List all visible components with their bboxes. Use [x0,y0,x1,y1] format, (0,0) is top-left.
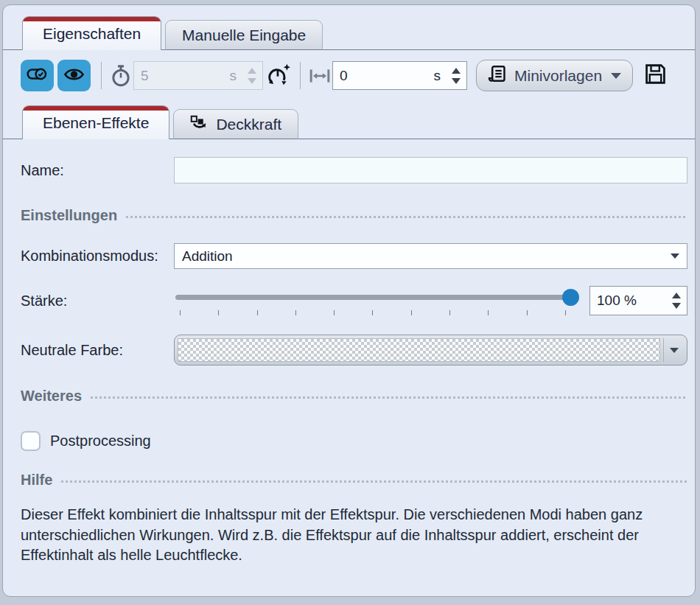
scroll-icon [488,64,508,88]
pause-value: 5 [141,68,149,84]
slider-handle[interactable] [562,289,579,306]
tab-label: Ebenen-Effekte [43,114,149,132]
transparent-color-swatch[interactable] [178,338,660,362]
toolbar-separator [300,62,301,89]
color-dropdown-zone[interactable] [663,338,684,362]
spin-up-icon[interactable] [452,68,461,74]
help-text: Dieser Effekt kombiniert die Inhaltsspur… [21,505,687,566]
toolbar: 5 s [3,50,695,100]
neutral-color-picker[interactable] [174,335,687,366]
properties-panel: Eigenschaften Manuelle Eingabe [2,4,696,597]
section-einstellungen: Einstellungen [21,207,687,224]
duration-value: 0 [340,68,348,84]
spin-up-icon[interactable] [672,293,681,298]
section-weiteres: Weiteres [21,388,687,405]
section-dotted-line [91,396,687,399]
spinner-arrows[interactable] [672,293,681,309]
name-label: Name: [21,162,174,179]
spin-down-icon[interactable] [672,303,681,309]
duration-spinbox[interactable]: 0 s [332,61,467,90]
spin-down-icon [248,78,256,84]
duration-unit: s [434,68,441,84]
blend-mode-dropdown[interactable]: Addition [174,243,687,269]
spin-up-icon [248,68,256,74]
duration-width-icon [309,67,330,85]
postprocessing-label: Postprocessing [50,433,151,450]
animate-transform-icon [190,113,209,135]
spinner-arrows[interactable] [452,68,461,84]
neutral-color-label: Neutrale Farbe: [21,342,174,359]
eye-icon [63,66,85,85]
slider-ticks [180,310,566,315]
effect-properties-form: Name: Einstellungen Kombinationsmodus: A… [3,157,695,566]
visibility-button[interactable] [57,60,91,91]
pause-duration-spinbox: 5 s [133,61,263,90]
stopwatch-icon[interactable] [111,65,131,87]
section-hilfe: Hilfe [21,472,687,489]
minitemplates-button[interactable]: Minivorlagen [476,60,633,91]
blend-mode-label: Kombinationsmodus: [21,248,174,265]
save-icon [644,63,667,88]
chevron-down-icon [611,73,621,79]
tab-label: Manuelle Eingabe [182,27,306,44]
minitemplates-label: Minivorlagen [514,67,602,85]
name-input[interactable] [174,157,687,183]
blend-mode-value: Addition [182,248,233,265]
postprocessing-checkbox[interactable] [21,431,41,451]
strength-spinbox[interactable]: 100 % [589,286,687,315]
tab-ebenen-effekte[interactable]: Ebenen-Effekte [22,105,169,139]
inner-tab-bar: Ebenen-Effekte Deckkraft [3,100,695,139]
spin-down-icon[interactable] [452,78,461,84]
tab-label: Deckkraft [216,116,281,133]
top-tab-bar: Eigenschaften Manuelle Eingabe [3,5,695,50]
pause-unit: s [230,68,237,84]
strength-label: Stärke: [21,293,174,310]
tab-label: Eigenschaften [43,25,141,43]
animated-timing-icon[interactable] [265,63,291,88]
section-title: Einstellungen [21,207,117,224]
slider-track[interactable] [175,295,572,300]
section-dotted-line [126,216,687,218]
chevron-down-icon [671,253,679,259]
chevron-down-icon [670,348,679,353]
toolbar-separator [101,62,102,89]
tab-deckkraft[interactable]: Deckkraft [173,109,298,139]
toggle-active-button[interactable] [21,60,54,91]
save-button[interactable] [644,63,667,88]
strength-slider[interactable] [174,285,579,316]
tab-manuelle-eingabe[interactable]: Manuelle Eingabe [165,20,323,50]
section-dotted-line [61,480,687,483]
strength-value: 100 % [597,293,637,309]
section-title: Hilfe [21,472,52,489]
tab-eigenschaften[interactable]: Eigenschaften [22,16,161,50]
spinner-arrows [248,68,256,84]
toggle-check-icon [27,67,48,84]
section-title: Weiteres [21,388,82,405]
